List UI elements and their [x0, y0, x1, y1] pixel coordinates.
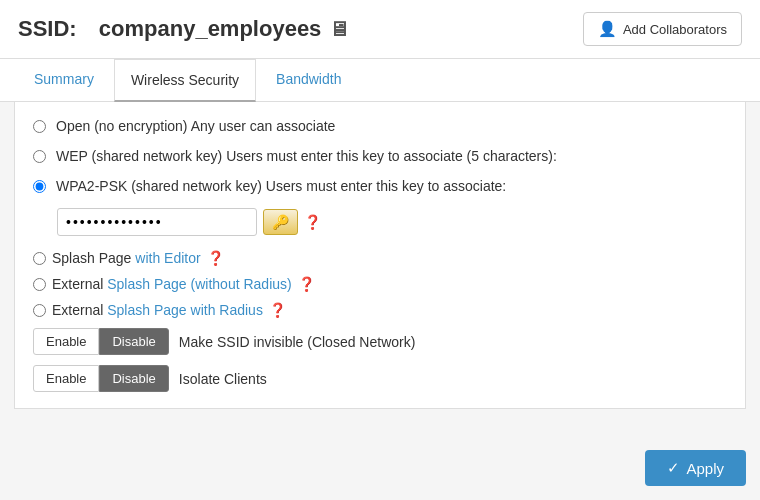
- monitor-icon: 🖥: [329, 18, 349, 41]
- radio-wpa2-label[interactable]: WPA2-PSK (shared network key) Users must…: [56, 178, 506, 194]
- radio-splash-editor-label[interactable]: Splash Page with Editor: [52, 250, 201, 266]
- apply-label: Apply: [686, 460, 724, 477]
- tab-bandwidth[interactable]: Bandwidth: [260, 59, 357, 101]
- tab-bar: Summary Wireless Security Bandwidth: [0, 59, 760, 102]
- radio-splash-editor[interactable]: [33, 252, 46, 265]
- key-icon-button[interactable]: 🔑: [263, 209, 298, 235]
- radio-open-label[interactable]: Open (no encryption) Any user can associ…: [56, 118, 335, 134]
- isolate-clients-disable-button[interactable]: Disable: [99, 365, 168, 392]
- closed-network-enable-button[interactable]: Enable: [33, 328, 99, 355]
- splash-no-radius-link[interactable]: Splash Page (without Radius): [107, 276, 291, 292]
- closed-network-label: Make SSID invisible (Closed Network): [179, 334, 416, 350]
- radio-wep-label[interactable]: WEP (shared network key) Users must ente…: [56, 148, 557, 164]
- isolate-clients-label: Isolate Clients: [179, 371, 267, 387]
- page-title: SSID: company_employees 🖥: [18, 16, 349, 42]
- ssid-name: company_employees: [99, 16, 322, 42]
- radio-option-splash-radius: External Splash Page with Radius ❓: [33, 302, 727, 318]
- help-icon-wpa2[interactable]: ❓: [304, 214, 321, 230]
- help-icon-splash-no-radius[interactable]: ❓: [298, 276, 315, 292]
- radio-option-splash-no-radius: External Splash Page (without Radius) ❓: [33, 276, 727, 292]
- add-collaborators-button[interactable]: 👤 Add Collaborators: [583, 12, 742, 46]
- apply-checkmark: ✓: [667, 459, 680, 477]
- radio-open[interactable]: [33, 120, 46, 133]
- radio-option-wep: WEP (shared network key) Users must ente…: [33, 148, 727, 164]
- ssid-prefix: SSID:: [18, 16, 77, 42]
- password-input[interactable]: [57, 208, 257, 236]
- tab-summary[interactable]: Summary: [18, 59, 110, 101]
- radio-option-splash-editor: Splash Page with Editor ❓: [33, 250, 727, 266]
- radio-splash-radius[interactable]: [33, 304, 46, 317]
- help-icon-splash-radius[interactable]: ❓: [269, 302, 286, 318]
- radio-wpa2[interactable]: [33, 180, 46, 193]
- radio-splash-no-radius-label[interactable]: External Splash Page (without Radius): [52, 276, 292, 292]
- user-icon: 👤: [598, 20, 617, 38]
- closed-network-disable-button[interactable]: Disable: [99, 328, 168, 355]
- key-icon: 🔑: [272, 214, 289, 230]
- splash-editor-link[interactable]: with Editor: [135, 250, 200, 266]
- content-panel: Open (no encryption) Any user can associ…: [14, 102, 746, 409]
- radio-wep[interactable]: [33, 150, 46, 163]
- radio-splash-radius-label[interactable]: External Splash Page with Radius: [52, 302, 263, 318]
- radio-splash-no-radius[interactable]: [33, 278, 46, 291]
- tab-wireless-security[interactable]: Wireless Security: [114, 59, 256, 102]
- apply-button[interactable]: ✓ Apply: [645, 450, 746, 486]
- help-icon-splash-editor[interactable]: ❓: [207, 250, 224, 266]
- isolate-clients-enable-button[interactable]: Enable: [33, 365, 99, 392]
- page-header: SSID: company_employees 🖥 👤 Add Collabor…: [0, 0, 760, 59]
- radio-option-open: Open (no encryption) Any user can associ…: [33, 118, 727, 134]
- splash-radius-link[interactable]: Splash Page with Radius: [107, 302, 263, 318]
- radio-option-wpa2: WPA2-PSK (shared network key) Users must…: [33, 178, 727, 194]
- isolate-clients-row: Enable Disable Isolate Clients: [33, 365, 727, 392]
- closed-network-row: Enable Disable Make SSID invisible (Clos…: [33, 328, 727, 355]
- password-row: 🔑 ❓: [57, 208, 727, 236]
- add-collaborators-label: Add Collaborators: [623, 22, 727, 37]
